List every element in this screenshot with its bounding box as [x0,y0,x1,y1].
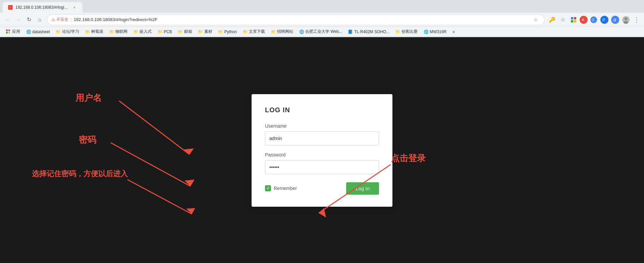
reload-button[interactable]: ↻ [24,15,34,24]
active-tab[interactable]: ! 192.168.0.106:18083/#/login?redirect=%… [3,2,83,13]
folder-library-icon: 📁 [243,29,248,34]
bookmark-datasheet[interactable]: 🌐 datasheet [23,29,53,35]
bookmark-more[interactable]: » [450,29,458,35]
tab-bar: ! 192.168.0.106:18083/#/login?redirect=%… [0,0,644,13]
bookmark-material[interactable]: 📁 素材 [196,28,215,35]
folder-material-icon: 📁 [198,29,203,34]
bookmark-router2[interactable]: 🌐 MW316R [421,29,449,35]
forward-button[interactable]: → [13,15,23,24]
security-label: 不安全 [56,17,68,22]
bookmark-apps[interactable]: 应用 [3,28,23,35]
bookmark-router1[interactable]: 📘 TL-R402M SOHO... [345,29,392,35]
address-bar[interactable]: ⚠ 不安全 | 192.168.0.106:18083/#/login?redi… [47,14,545,25]
key-icon[interactable]: 🔑 [547,15,557,24]
remember-label: Remember [274,186,297,191]
tab-favicon: ! [8,5,13,10]
hfut-icon: 🌐 [299,29,304,34]
extension1-icon[interactable] [569,15,578,24]
folder-forum-icon: 📁 [56,29,61,34]
browser-chrome: ! 192.168.0.106:18083/#/login?redirect=%… [0,0,644,37]
translate-icon[interactable]: 译 [610,15,620,24]
svg-rect-16 [8,29,10,31]
forum-label: 论坛/学习 [62,29,79,35]
star-icon[interactable]: ☆ [558,15,568,24]
profile-icon[interactable] [621,15,631,24]
svg-text:P: P [602,18,605,22]
bookmark-star-button[interactable]: ☆ [531,15,540,24]
folder-raspberry-icon: 📁 [85,29,90,34]
svg-text:选择记住密码，方便以后进入: 选择记住密码，方便以后进入 [32,170,128,178]
bookmark-forum[interactable]: 📁 论坛/学习 [53,28,82,35]
bookmark-jobs[interactable]: 📁 招聘网站 [268,28,296,35]
datasheet-icon: 🌐 [26,29,31,34]
svg-rect-18 [8,32,10,34]
login-button[interactable]: Log In [346,182,379,195]
router1-icon: 📘 [348,29,353,34]
remember-checkbox[interactable] [265,185,271,191]
password-input[interactable] [265,160,379,174]
username-label: Username [265,123,379,129]
folder-python-icon: 📁 [218,29,223,34]
folder-embedded-icon: 📁 [133,29,138,34]
home-button[interactable]: ⌂ [35,15,44,24]
datasheet-label: datasheet [32,29,50,34]
extension3-icon[interactable]: G [589,15,598,24]
svg-rect-2 [571,20,573,22]
svg-line-23 [111,143,191,186]
username-group: Username [265,123,379,145]
folder-pcb-icon: 📁 [158,29,162,34]
address-text: 192.168.0.106:18083/#/login?redirect=%2F [74,17,529,22]
tab-title: 192.168.0.106:18083/#/login?redirect=%2F [15,5,69,10]
svg-text:译: 译 [613,18,616,22]
address-actions: ☆ [531,15,540,24]
material-label: 素材 [204,29,212,35]
router2-icon: 🌐 [424,29,428,34]
extension4-icon[interactable]: P [600,15,609,24]
form-footer: Remember Log In [265,182,379,195]
warning-icon: ⚠ [51,17,55,22]
iot-label: 物联网 [115,29,127,35]
python-label: Python [224,29,237,34]
apps-grid-icon [6,29,11,34]
folder-maker-icon: 📁 [395,29,400,34]
page-content: LOG IN Username Password Remember Log In… [0,37,644,263]
menu-icon[interactable]: ⋮ [632,15,641,24]
jobs-label: 招聘网站 [277,29,293,35]
bookmark-raspberry[interactable]: 📁 树莓派 [83,28,106,35]
remember-group: Remember [265,185,297,191]
bookmarks-bar: 应用 🌐 datasheet 📁 论坛/学习 📁 树莓派 📁 物联网 📁 嵌入式… [0,27,644,37]
svg-text:点击登录: 点击登录 [391,153,426,163]
svg-text:用户名: 用户名 [75,93,102,103]
bookmark-pcb[interactable]: 📁 PCB [155,29,175,35]
bookmark-maker[interactable]: 📁 创客比赛 [393,28,420,35]
bookmark-library[interactable]: 📁 文库下载 [240,28,268,35]
svg-point-14 [624,21,628,24]
bookmark-hfut[interactable]: 🌐 合肥工业大学 Web... [297,28,345,35]
nav-right-icons: 🔑 ☆ A G P 译 ⋮ [547,15,641,24]
bookmark-mail[interactable]: 📁 邮箱 [175,28,195,35]
bookmark-iot[interactable]: 📁 物联网 [107,28,130,35]
folder-iot-icon: 📁 [109,29,114,34]
svg-rect-1 [574,17,576,19]
svg-marker-24 [184,180,195,186]
svg-line-20 [119,101,190,154]
folder-mail-icon: 📁 [178,29,183,34]
more-label: » [452,29,455,34]
extension2-icon[interactable]: A [580,16,588,24]
back-button[interactable]: ← [3,15,12,24]
raspberry-label: 树莓派 [91,29,103,35]
username-input[interactable] [265,131,379,145]
tab-close-button[interactable]: × [72,5,77,10]
security-warning: ⚠ 不安全 [51,17,68,22]
svg-point-13 [625,17,627,20]
svg-rect-17 [6,32,8,34]
bookmark-python[interactable]: 📁 Python [216,29,239,35]
router1-label: TL-R402M SOHO... [354,29,389,34]
svg-marker-30 [319,208,326,217]
svg-text:密码: 密码 [78,135,96,145]
password-group: Password [265,152,379,174]
router2-label: MW316R [430,29,446,34]
bookmark-embedded[interactable]: 📁 嵌入式 [131,28,154,35]
svg-marker-21 [184,148,194,154]
svg-line-26 [127,180,192,214]
